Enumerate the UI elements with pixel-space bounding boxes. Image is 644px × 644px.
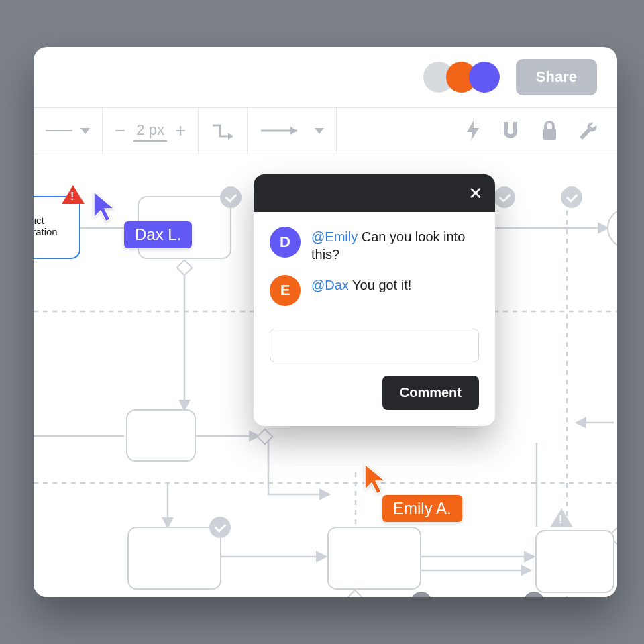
comment-item: E @Dax You got it! bbox=[270, 275, 479, 306]
check-badge-icon bbox=[220, 186, 241, 208]
avatar: D bbox=[270, 227, 301, 258]
app-window: Share − 2 px + bbox=[34, 47, 617, 597]
line-style-preview[interactable] bbox=[46, 130, 72, 131]
stroke-width-value[interactable]: 2 px bbox=[133, 120, 167, 142]
lock-icon[interactable] bbox=[541, 121, 558, 141]
alert-badge-icon bbox=[550, 508, 573, 527]
comment-popup: ✕ D @Emily Can you look into this? E @Da… bbox=[254, 174, 495, 426]
wrench-icon[interactable] bbox=[578, 121, 598, 141]
toolbar-right bbox=[447, 121, 617, 141]
comment-text: @Emily Can you look into this? bbox=[311, 227, 479, 263]
arrow-style-icon[interactable] bbox=[260, 124, 307, 138]
arrow-style-group bbox=[248, 108, 336, 154]
avatar: E bbox=[270, 275, 301, 306]
increase-stroke-button[interactable]: + bbox=[175, 120, 186, 142]
app-header: Share bbox=[34, 47, 617, 107]
presence-avatars bbox=[423, 62, 500, 93]
check-badge-icon bbox=[494, 186, 515, 208]
bolt-icon[interactable] bbox=[466, 121, 480, 141]
comment-item: D @Emily Can you look into this? bbox=[270, 227, 479, 263]
svg-rect-1 bbox=[504, 122, 508, 125]
magnet-icon[interactable] bbox=[500, 121, 521, 141]
comment-text: @Dax You got it! bbox=[311, 275, 411, 294]
remote-cursor-dax bbox=[93, 191, 118, 224]
flow-node[interactable] bbox=[327, 527, 421, 590]
elbow-connector-icon bbox=[211, 121, 235, 140]
comment-popup-header: ✕ bbox=[254, 174, 495, 212]
flow-node[interactable] bbox=[127, 527, 221, 590]
share-button[interactable]: Share bbox=[516, 59, 597, 95]
remote-cursor-label-dax: Dax L. bbox=[124, 221, 192, 248]
selected-node-label: roductfiguration bbox=[34, 215, 58, 238]
remote-cursor-label-emily: Emily A. bbox=[382, 495, 462, 522]
line-style-group bbox=[34, 108, 102, 154]
toolbar: − 2 px + bbox=[34, 107, 617, 154]
check-badge-icon bbox=[561, 186, 582, 208]
chevron-down-icon[interactable] bbox=[315, 128, 324, 134]
flow-node[interactable] bbox=[126, 409, 196, 462]
comment-list: D @Emily Can you look into this? E @Dax … bbox=[254, 212, 495, 325]
comment-input[interactable] bbox=[270, 329, 479, 362]
comment-submit-button[interactable]: Comment bbox=[382, 376, 479, 410]
close-icon[interactable]: ✕ bbox=[468, 184, 483, 202]
check-badge-icon bbox=[209, 517, 231, 538]
remote-cursor-emily bbox=[364, 463, 389, 496]
alert-badge-icon bbox=[62, 185, 85, 204]
flow-node[interactable] bbox=[535, 530, 614, 593]
connector-type-group[interactable] bbox=[199, 108, 247, 154]
presence-avatar[interactable] bbox=[469, 62, 500, 93]
chevron-down-icon[interactable] bbox=[80, 128, 90, 134]
svg-rect-3 bbox=[543, 129, 556, 140]
decrease-stroke-button[interactable]: − bbox=[115, 120, 125, 142]
stroke-width-group: − 2 px + bbox=[103, 108, 198, 154]
svg-rect-2 bbox=[513, 122, 517, 125]
diagram-canvas[interactable]: roductfiguration Dax L. ✕ bbox=[34, 154, 617, 597]
